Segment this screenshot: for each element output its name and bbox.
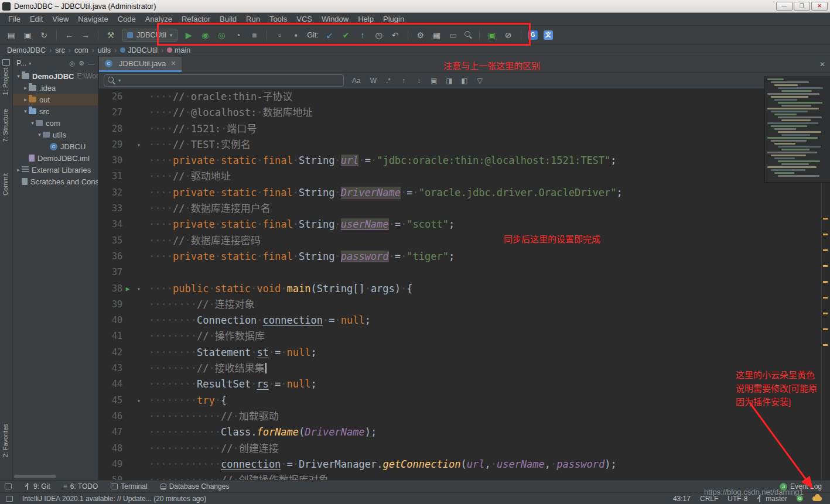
line-number[interactable]: 45 — [99, 393, 122, 409]
translate-icon-2[interactable]: 文 — [544, 30, 553, 40]
code-text[interactable]: ········//·连接对象 — [145, 297, 255, 313]
fold-icon[interactable]: ▾ — [133, 281, 145, 297]
line-number[interactable]: 40 — [99, 313, 122, 328]
line-number[interactable]: 26 — [99, 89, 122, 105]
status-message[interactable]: IntelliJ IDEA 2020.1 available: // Updat… — [22, 495, 206, 503]
line-number[interactable]: 38 — [99, 281, 122, 297]
code-line[interactable]: 28····//·1521:·端口号 — [99, 121, 830, 137]
warning-stripe-mark[interactable] — [823, 297, 828, 299]
project-stripe-icon[interactable] — [2, 59, 10, 66]
code-text[interactable]: ········Connection·connection·=·null; — [145, 313, 371, 328]
tree-item-com[interactable]: ▾com — [13, 117, 98, 129]
line-number[interactable]: 30 — [99, 153, 122, 169]
fold-icon[interactable]: ▾ — [133, 393, 145, 409]
close-button[interactable]: ✕ — [811, 2, 828, 11]
search-toggle-aa[interactable]: Aa — [350, 76, 363, 85]
tree-item-demojdbc[interactable]: ▾DemoJDBCE:\Wor — [13, 70, 98, 82]
tree-item-out[interactable]: ▸out — [13, 94, 98, 105]
stripe-project[interactable]: 1: Project — [2, 68, 9, 95]
code-text[interactable]: ····private·static·final·String·password… — [145, 249, 455, 265]
tree-arrow-icon[interactable]: ▸ — [22, 97, 29, 102]
minimap[interactable] — [764, 76, 830, 183]
code-text[interactable]: ············connection·=·DriverManager.g… — [145, 457, 617, 472]
code-text[interactable]: ····private·static·final·String·url·=·"j… — [145, 153, 617, 169]
tab-jdbcutil[interactable]: C JDBCUtil.java ✕ — [99, 57, 182, 72]
tree-item-utils[interactable]: ▾utils — [13, 129, 98, 140]
code-line[interactable]: 41········//·操作数据库 — [99, 328, 830, 344]
line-number[interactable]: 34 — [99, 217, 122, 232]
exclude-selection-icon[interactable]: ◧ — [460, 77, 469, 85]
menu-run[interactable]: Run — [241, 15, 265, 23]
line-number[interactable]: 48 — [99, 441, 122, 457]
code-text[interactable]: ····//·1521:·端口号 — [145, 121, 257, 137]
tree-item-jdbcu[interactable]: CJDBCU — [13, 140, 98, 152]
tree-arrow-icon[interactable]: ▾ — [36, 132, 43, 138]
code-text[interactable]: ········ResultSet·rs·=·null; — [145, 376, 317, 392]
gear-icon[interactable]: ⚙ — [78, 60, 84, 67]
line-number[interactable]: 42 — [99, 345, 122, 361]
toolwindow-6todo[interactable]: ≡6: TODO — [63, 482, 98, 491]
tree-arrow-icon[interactable]: ▾ — [15, 73, 22, 79]
breadcrumb-main[interactable]: main — [166, 46, 192, 54]
tree-arrow-icon[interactable]: ▾ — [29, 120, 36, 126]
line-number[interactable]: 39 — [99, 297, 122, 313]
code-text[interactable]: ············//·创建操作数据库对象 — [145, 472, 329, 480]
sync-icon[interactable]: ↻ — [39, 30, 49, 40]
toolwindow-9git[interactable]: 9: Git — [25, 482, 50, 491]
code-text[interactable]: ····//·数据库连接用户名 — [145, 201, 271, 217]
code-line[interactable]: 45▾········try·{ — [99, 393, 830, 409]
hide-panel-icon[interactable]: — — [88, 60, 94, 67]
code-text[interactable]: ········Statement·st·=·null; — [145, 345, 317, 361]
menu-navigate[interactable]: Navigate — [73, 15, 112, 23]
line-number[interactable]: 46 — [99, 409, 122, 424]
warning-stripe-mark[interactable] — [823, 234, 828, 235]
line-number[interactable]: 36 — [99, 249, 122, 265]
code-text[interactable]: ····//·oracle:thin-子协议 — [145, 89, 293, 105]
menu-view[interactable]: View — [47, 15, 73, 23]
warning-stripe-mark[interactable] — [823, 249, 828, 251]
breadcrumb-src[interactable]: src — [54, 46, 66, 54]
menu-edit[interactable]: Edit — [25, 15, 47, 23]
code-text[interactable]: ····public·static·void·main(String[]·arg… — [145, 281, 413, 297]
close-find-icon[interactable]: ✕ — [819, 60, 825, 68]
line-number[interactable]: 31 — [99, 169, 122, 184]
warning-stripe-mark[interactable] — [823, 313, 828, 314]
stripe-favorites[interactable]: 2: Favorites — [2, 424, 9, 457]
run-gutter-icon[interactable]: ▶ — [122, 281, 133, 297]
menu-tools[interactable]: Tools — [265, 15, 292, 23]
code-text[interactable]: ····//·@localhost:·数据库地址 — [145, 105, 313, 121]
code-line[interactable]: 39········//·连接对象 — [99, 297, 830, 313]
settings-sync-cloud-icon[interactable] — [812, 496, 822, 501]
code-line[interactable]: 38▶▾····public·static·void·main(String[]… — [99, 281, 830, 297]
code-line[interactable]: 43········//·接收结果集 — [99, 361, 830, 376]
line-number[interactable]: 32 — [99, 185, 122, 201]
menu-code[interactable]: Code — [113, 15, 141, 23]
line-number[interactable]: 41 — [99, 328, 122, 344]
menu-help[interactable]: Help — [353, 15, 378, 23]
tree-item-src[interactable]: ▾src — [13, 105, 98, 117]
code-text[interactable]: ············//·加载驱动 — [145, 409, 279, 424]
line-number[interactable]: 47 — [99, 424, 122, 440]
code-line[interactable]: 29▾····//·TEST:实例名 — [99, 137, 830, 153]
tree-item-demojdbciml[interactable]: DemoJDBC.iml — [13, 152, 98, 164]
tree-arrow-icon[interactable]: ▸ — [15, 167, 22, 173]
code-area[interactable]: 26····//·oracle:thin-子协议27····//·@localh… — [99, 89, 830, 480]
menu-build[interactable]: Build — [215, 15, 241, 23]
code-line[interactable]: 36····private·static·final·String·passwo… — [99, 249, 830, 265]
line-number[interactable]: 44 — [99, 376, 122, 392]
back-icon[interactable]: ← — [64, 30, 74, 40]
code-text[interactable]: ········//·操作数据库 — [145, 328, 265, 344]
save-icon[interactable]: ▣ — [22, 30, 33, 40]
filter-icon[interactable]: ▽ — [475, 77, 484, 85]
code-text[interactable] — [145, 265, 149, 280]
add-selection-icon[interactable]: ◨ — [445, 77, 454, 85]
fold-icon[interactable]: ▾ — [133, 137, 145, 153]
code-text[interactable]: ············//·创建连接 — [145, 441, 279, 457]
code-text[interactable]: ····private·static·final·String·userName… — [145, 217, 455, 232]
code-text[interactable]: ····private·static·final·String·DriverNa… — [145, 185, 623, 201]
code-line[interactable]: 50············//·创建操作数据库对象 — [99, 472, 830, 480]
select-all-occurrences-icon[interactable]: ▣ — [429, 77, 439, 85]
code-text[interactable]: ········try·{ — [145, 393, 227, 409]
code-text[interactable]: ····//·TEST:实例名 — [145, 137, 251, 153]
search-input[interactable]: ▾ — [104, 74, 344, 87]
